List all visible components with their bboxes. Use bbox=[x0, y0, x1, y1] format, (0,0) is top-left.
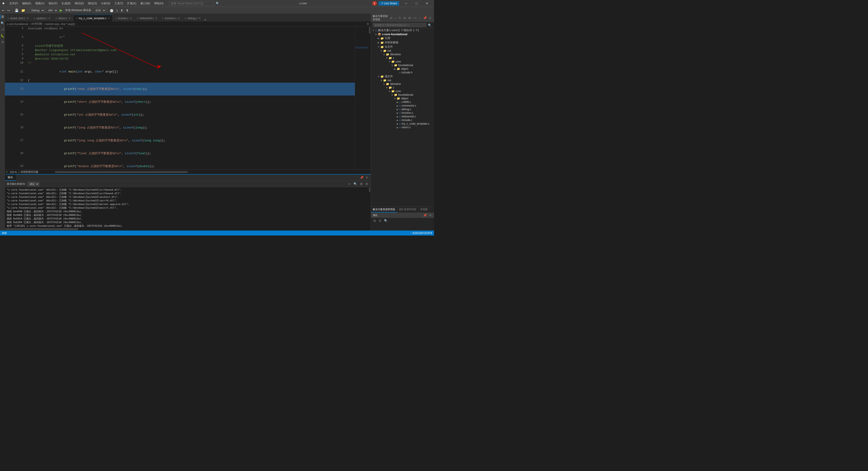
prop-close-btn[interactable]: ✕ bbox=[428, 213, 432, 217]
tab-system[interactable]: c system.c ✕ bbox=[31, 15, 53, 22]
maximize-button[interactable]: □ bbox=[411, 0, 422, 7]
output-find-btn[interactable]: 🔍 bbox=[353, 182, 358, 186]
toolbar-step-over[interactable]: ⤵ bbox=[115, 8, 119, 13]
activity-search[interactable]: 🔍 bbox=[0, 21, 5, 25]
zoom-label[interactable]: 133 % bbox=[9, 171, 18, 173]
tab-close-4[interactable]: ✕ bbox=[130, 17, 132, 20]
close-button[interactable]: ✕ bbox=[422, 0, 432, 7]
status-ready[interactable]: 就绪 bbox=[2, 231, 7, 235]
status-add-source[interactable]: ↑ 添加到源代码管理 bbox=[410, 231, 432, 235]
live-share-button[interactable]: ↗ Live Share bbox=[379, 1, 399, 6]
auto-select[interactable]: 自动 bbox=[93, 8, 106, 13]
tab-close-6[interactable]: ✕ bbox=[178, 17, 180, 20]
tab-close-7[interactable]: ✕ bbox=[199, 17, 200, 20]
menu-analyze[interactable]: 分析(N) bbox=[99, 1, 112, 6]
prop-list-btn[interactable]: ☰ bbox=[378, 219, 382, 223]
menu-help[interactable]: 帮助(H) bbox=[152, 1, 165, 6]
se-pin-btn[interactable]: 📌 bbox=[423, 16, 428, 20]
se-tab-classview[interactable]: 类视图 bbox=[418, 207, 430, 212]
menu-file[interactable]: 文件(F) bbox=[7, 1, 20, 6]
tree-foundational-2[interactable]: ▼ 📁 foundational bbox=[371, 93, 434, 97]
tree-foundational-1[interactable]: ▼ 📁 foundational bbox=[371, 63, 434, 67]
tree-include-c[interactable]: ▶ c include.c bbox=[371, 118, 434, 122]
tree-helloworld-c[interactable]: ▶ c helloworld.c bbox=[371, 115, 434, 118]
toolbar-breakpoint[interactable]: ⬤ bbox=[109, 8, 114, 13]
toolbar-step-out[interactable]: ⬆ bbox=[125, 8, 129, 13]
se-sync-btn[interactable]: ⇄ bbox=[389, 16, 393, 20]
tab-sizeof-test[interactable]: c sizeof_test.c ✕ bbox=[5, 15, 31, 22]
tab-template[interactable]: c my_c_code_template.c ✕ bbox=[73, 15, 113, 22]
se-search-input[interactable] bbox=[373, 23, 426, 27]
tree-ittimeline-1[interactable]: ▼ 📁 ittimeline bbox=[371, 53, 434, 56]
se-tab-team[interactable]: 团队资源管理器 bbox=[397, 207, 418, 212]
output-vertical-scrollbar[interactable] bbox=[368, 187, 371, 228]
tree-include-h[interactable]: c include.h bbox=[371, 71, 434, 74]
tree-core-1[interactable]: ▼ 📁 core bbox=[371, 60, 434, 63]
tree-ext-deps[interactable]: ▶ 📁 外部依赖项 bbox=[371, 40, 434, 45]
menu-extensions[interactable]: 扩展(X) bbox=[125, 1, 138, 6]
output-clear-btn[interactable]: 🗑 bbox=[359, 182, 364, 186]
tab-close-1[interactable]: ✕ bbox=[49, 17, 50, 20]
tab-function[interactable]: c function.c ✕ bbox=[160, 15, 182, 22]
tab-helloworld[interactable]: c helloworld.c ✕ bbox=[134, 15, 160, 22]
close-output-btn[interactable]: ✕ bbox=[365, 176, 369, 179]
tree-comments[interactable]: ▶ c comments.c bbox=[371, 104, 434, 107]
breadcrumb-function[interactable]: main(int argc, char * argv[]) bbox=[45, 23, 75, 25]
output-content[interactable]: "c-core-foundational.exe" (Win32): 已加载 "… bbox=[5, 187, 368, 228]
activity-solution-explorer[interactable]: ☰ bbox=[0, 14, 5, 19]
minimize-button[interactable]: ─ bbox=[401, 0, 411, 7]
tab-close-5[interactable]: ✕ bbox=[155, 17, 157, 20]
vertical-scrollbar[interactable] bbox=[368, 26, 371, 170]
activity-debug[interactable]: 🐛 bbox=[0, 33, 5, 38]
tree-sources[interactable]: ▼ 📁 源文件 bbox=[371, 74, 434, 78]
toolbar-redo[interactable]: ↪ bbox=[6, 8, 11, 13]
se-minus-btn[interactable]: ─ bbox=[418, 16, 422, 20]
tab-close-3[interactable]: ✕ bbox=[108, 17, 110, 20]
se-refresh-btn[interactable]: ↻ bbox=[398, 16, 402, 20]
toolbar-step-in[interactable]: ⬇ bbox=[120, 8, 124, 13]
code-editor[interactable]: 4 #include <stdbool.h> 5 ▼/* bbox=[5, 26, 355, 170]
prop-pin-btn[interactable]: 📌 bbox=[423, 213, 428, 217]
menu-project[interactable]: 项目(P) bbox=[46, 1, 59, 6]
editor-split-btn[interactable]: ⊞ bbox=[367, 22, 369, 25]
output-hscroll[interactable] bbox=[5, 228, 371, 231]
menu-build[interactable]: 生成(B) bbox=[60, 1, 72, 6]
prop-search-btn[interactable]: 🔍 bbox=[383, 219, 388, 223]
tree-ittimeline-2[interactable]: ▼ 📁 ittimeline bbox=[371, 82, 434, 86]
se-tab-solution[interactable]: 解决方案资源管理器 bbox=[371, 207, 397, 212]
tree-object-2[interactable]: ▼ 📁 object bbox=[371, 97, 434, 100]
tree-c4996[interactable]: ▶ c c4996.c bbox=[371, 100, 434, 104]
tree-c-1[interactable]: ▼ 📁 c bbox=[371, 56, 434, 60]
se-props-btn[interactable]: ⚙ bbox=[408, 16, 412, 20]
menu-window[interactable]: 窗口(W) bbox=[138, 1, 152, 6]
tab-close-0[interactable]: ✕ bbox=[27, 17, 29, 20]
output-settings-btn[interactable]: ⚙ bbox=[365, 182, 369, 186]
toolbar-undo[interactable]: ↩ bbox=[1, 8, 5, 13]
se-home-btn[interactable]: ⌂ bbox=[394, 16, 397, 20]
menu-edit[interactable]: 编辑(E) bbox=[20, 1, 33, 6]
tree-project-root[interactable]: ▼ 📦 c-core-foundational bbox=[371, 33, 434, 36]
pin-output-btn[interactable]: 📌 bbox=[359, 176, 364, 179]
breadcrumb-scope[interactable]: (全局范围) bbox=[31, 22, 42, 26]
output-tab[interactable]: 输出 bbox=[5, 174, 16, 181]
tab-include[interactable]: c include.c ✕ bbox=[113, 15, 134, 22]
tab-debug[interactable]: c debug.c ✕ bbox=[182, 15, 203, 22]
output-source-select[interactable]: 调试 bbox=[28, 182, 39, 186]
prop-grid-btn[interactable]: ⊞ bbox=[373, 219, 377, 223]
menu-debug[interactable]: 调试(D) bbox=[73, 1, 86, 6]
search-icon[interactable]: 🔍 bbox=[216, 2, 219, 5]
se-code-btn[interactable]: <> bbox=[412, 16, 417, 20]
menu-test[interactable]: 测试(S) bbox=[86, 1, 99, 6]
platform-select[interactable]: x64 bbox=[46, 8, 58, 13]
tree-my-c-code[interactable]: ▶ c my_c_code_template.c bbox=[371, 122, 434, 126]
tab-close-2[interactable]: ✕ bbox=[69, 17, 70, 20]
run-button[interactable]: ▶ bbox=[59, 8, 63, 12]
tab-return[interactable]: c return.c ✕ bbox=[53, 15, 73, 22]
menu-view[interactable]: 视图(V) bbox=[33, 1, 46, 6]
output-wrap-btn[interactable]: ↩ bbox=[348, 182, 351, 186]
tree-c-2[interactable]: ▼ 📁 c bbox=[371, 86, 434, 90]
tree-net-2[interactable]: ▼ 📁 net bbox=[371, 78, 434, 82]
tree-function-c[interactable]: ▶ c function.c bbox=[371, 111, 434, 115]
se-collapse-btn[interactable]: ⊟ bbox=[403, 16, 407, 20]
tree-references[interactable]: ▶ 📁 引用 bbox=[371, 36, 434, 40]
